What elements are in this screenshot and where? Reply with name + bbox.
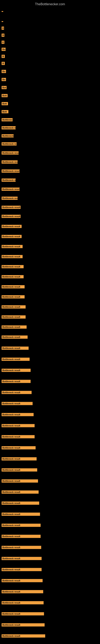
bar-item-63: Bottleneck result: [1, 612, 44, 616]
bar-label-55: Bottleneck result: [1, 524, 41, 527]
bar-item-22: Bottleneck re: [1, 178, 16, 182]
bar-label-25: Bottleneck result: [1, 206, 21, 209]
bar-item-14: Bott: [1, 110, 8, 113]
bar-label-56: Bottleneck result: [1, 535, 41, 538]
bar-label-21: Bottleneck result: [1, 170, 20, 173]
bar-label-12: Bott: [1, 94, 8, 97]
bar-item-15: Bottlenec: [1, 118, 13, 121]
bar-label-33: Bottleneck result: [1, 285, 25, 288]
bar-item-18: Bottleneck resu: [1, 142, 17, 146]
bar-item-5: E: [1, 40, 4, 44]
bar-label-40: Bottleneck result: [1, 358, 30, 361]
bar-label-13: Bott: [1, 102, 8, 105]
bar-item-8: B: [1, 62, 5, 65]
bar-item-16: Bottleneck res: [1, 126, 16, 130]
bar-item-54: Bottleneck result: [1, 512, 40, 516]
bar-label-2: [1, 21, 3, 22]
bar-item-9: Bo: [1, 70, 6, 73]
bar-label-10: Bo: [1, 78, 6, 81]
bar-label-36: Bottleneck result: [1, 315, 26, 318]
bar-item-2: [1, 19, 3, 23]
bar-label-3: E: [1, 26, 4, 30]
bar-item-39: Bottleneck result: [1, 346, 29, 350]
bar-item-17: Bottleneck: [1, 134, 14, 138]
bar-item-47: Bottleneck result: [1, 435, 35, 438]
bar-label-62: Bottleneck result: [1, 601, 44, 604]
bar-label-49: Bottleneck result: [1, 457, 37, 460]
bar-label-42: Bottleneck result: [1, 380, 31, 383]
bar-item-44: Bottleneck result: [1, 402, 33, 405]
bar-label-11: Bot: [1, 86, 7, 89]
bar-label-46: Bottleneck result: [1, 424, 35, 427]
bar-label-48: Bottleneck result: [1, 446, 36, 450]
bar-label-5: E: [1, 41, 4, 44]
bar-item-36: Bottleneck result: [1, 315, 26, 318]
bar-label-31: Bottleneck result: [1, 265, 24, 268]
bar-label-58: Bottleneck result: [1, 557, 42, 560]
bar-item-30: Bottleneck result: [1, 254, 23, 258]
bar-label-24: Bottleneck resu: [1, 196, 18, 200]
bar-item-19: Bottleneck result: [1, 151, 19, 154]
bar-label-23: Bottleneck result: [1, 188, 20, 191]
bar-item-53: Bottleneck result: [1, 501, 39, 505]
bar-label-35: Bottleneck result: [1, 305, 26, 308]
bar-label-8: B: [1, 62, 5, 65]
bar-item-12: Bott: [1, 94, 8, 97]
bar-item-60: Bottleneck result: [1, 578, 43, 582]
bar-item-26: Bottleneck result: [1, 214, 21, 218]
bar-item-50: Bottleneck result: [1, 468, 37, 472]
bar-label-20: Bottleneck resu: [1, 160, 18, 164]
bar-item-25: Bottleneck result: [1, 205, 21, 209]
bar-item-33: Bottleneck result: [1, 285, 25, 288]
bar-label-45: Bottleneck result: [1, 413, 34, 416]
bar-label-1: [1, 11, 3, 12]
bar-item-42: Bottleneck result: [1, 379, 31, 383]
bar-label-47: Bottleneck result: [1, 435, 35, 438]
bar-item-65: Bottleneck result: [1, 634, 45, 638]
bar-item-43: Bottleneck result: [1, 390, 32, 394]
bar-label-30: Bottleneck result: [1, 255, 23, 258]
bar-label-53: Bottleneck result: [1, 502, 39, 505]
bar-item-28: Bottleneck result: [1, 234, 22, 238]
bar-item-35: Bottleneck result: [1, 305, 26, 308]
bar-item-52: Bottleneck result: [1, 490, 39, 494]
bar-item-57: Bottleneck result: [1, 546, 41, 549]
bar-item-34: Bottleneck result: [1, 295, 25, 298]
bar-item-13: Bott: [1, 102, 8, 105]
bar-item-41: Bottleneck result: [1, 368, 31, 372]
bar-label-63: Bottleneck result: [1, 612, 44, 616]
bar-item-1: [1, 9, 3, 13]
bar-item-4: B: [1, 33, 4, 37]
bar-label-51: Bottleneck result: [1, 480, 38, 482]
bar-item-23: Bottleneck result: [1, 187, 20, 191]
bar-label-28: Bottleneck result: [1, 235, 22, 238]
bar-item-38: Bottleneck result: [1, 335, 28, 339]
bar-label-60: Bottleneck result: [1, 579, 43, 582]
bar-item-48: Bottleneck result: [1, 446, 36, 450]
bar-label-57: Bottleneck result: [1, 546, 41, 549]
bar-label-61: Bottleneck result: [1, 590, 43, 593]
bar-item-64: Bottleneck result: [1, 623, 45, 626]
bar-label-19: Bottleneck result: [1, 151, 19, 154]
bar-label-44: Bottleneck result: [1, 402, 33, 405]
bar-label-34: Bottleneck result: [1, 295, 25, 298]
bar-label-22: Bottleneck re: [1, 178, 16, 182]
bar-item-49: Bottleneck result: [1, 457, 37, 460]
bar-label-26: Bottleneck result: [1, 215, 21, 218]
bar-label-50: Bottleneck result: [1, 468, 37, 472]
bar-item-55: Bottleneck result: [1, 523, 41, 527]
bar-item-7: B: [1, 54, 5, 58]
bar-item-11: Bot: [1, 86, 7, 89]
bar-item-10: Bo: [1, 78, 6, 81]
bar-label-17: Bottleneck: [1, 134, 14, 138]
bar-label-9: Bo: [1, 70, 6, 73]
bar-item-46: Bottleneck result: [1, 424, 35, 427]
bar-label-41: Bottleneck result: [1, 369, 31, 372]
bar-item-27: Bottleneck result: [1, 224, 22, 228]
bar-item-45: Bottleneck result: [1, 412, 34, 416]
bar-label-7: B: [1, 55, 5, 58]
bar-label-4: B: [1, 34, 4, 37]
bar-item-58: Bottleneck result: [1, 556, 42, 560]
bar-item-61: Bottleneck result: [1, 590, 43, 593]
bar-item-29: Bottleneck result: [1, 244, 23, 248]
